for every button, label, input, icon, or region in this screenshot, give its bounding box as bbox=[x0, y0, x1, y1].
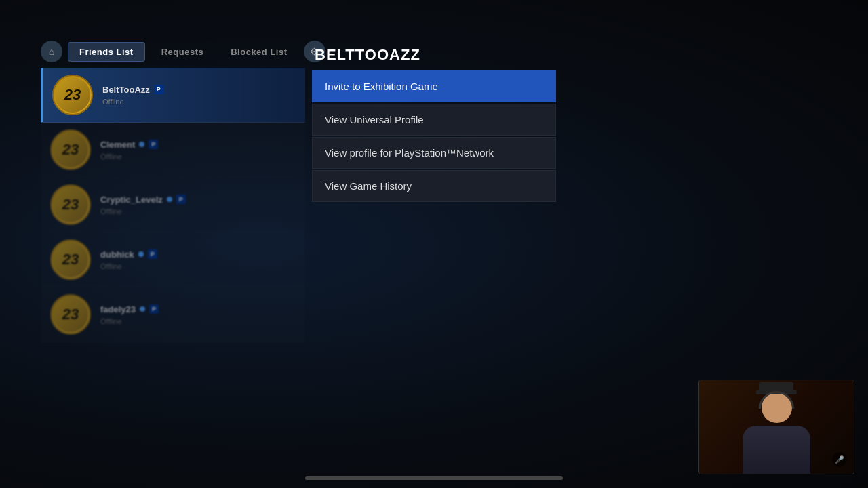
person-head bbox=[762, 392, 792, 423]
friend-status-fadely: Offline bbox=[100, 317, 296, 325]
online-dot-cryptic bbox=[167, 197, 172, 202]
friend-item-fadely[interactable]: 23 fadely23 P Offline bbox=[41, 287, 305, 342]
context-username: BELTTOOAZZ bbox=[312, 46, 556, 64]
person-body bbox=[743, 426, 810, 474]
menu-option-view-psn-profile[interactable]: View profile for PlayStation™Network bbox=[312, 137, 556, 169]
online-dot-dubhick bbox=[138, 251, 144, 257]
avatar-label-clement: 23 bbox=[53, 132, 88, 167]
psn-icon-dubhick: P bbox=[148, 249, 157, 259]
psn-icon-clement: P bbox=[149, 140, 158, 149]
friend-name-clement: Clement P bbox=[100, 140, 296, 150]
friend-item-belttooazz[interactable]: 23 BeltTooAzz P Offline bbox=[41, 68, 305, 123]
avatar-label-belttooazz: 23 bbox=[55, 77, 90, 113]
avatar-dubhick: 23 bbox=[50, 239, 91, 280]
menu-option-view-universal-profile[interactable]: View Universal Profile bbox=[312, 104, 556, 136]
avatar-label-fadely: 23 bbox=[53, 297, 88, 332]
friend-info-belttooazz: BeltTooAzz P Offline bbox=[102, 85, 296, 106]
tab-requests[interactable]: Requests bbox=[151, 43, 215, 61]
psn-icon-cryptic: P bbox=[176, 195, 186, 204]
psn-icon-fadely: P bbox=[149, 304, 159, 314]
home-icon[interactable]: ⌂ bbox=[41, 41, 62, 62]
avatar-label-cryptic: 23 bbox=[53, 187, 88, 222]
psn-icon: P bbox=[154, 85, 163, 94]
friends-panel: 23 BeltTooAzz P Offline 23 Clement P Off… bbox=[41, 68, 305, 447]
menu-option-view-game-history[interactable]: View Game History bbox=[312, 170, 556, 202]
friend-info-cryptic: Cryptic_Levelz P Offline bbox=[100, 195, 296, 216]
friend-info-clement: Clement P Offline bbox=[100, 140, 296, 161]
friend-status-cryptic: Offline bbox=[100, 207, 296, 216]
mic-icon: 🎤 bbox=[832, 452, 847, 467]
tab-friends-list[interactable]: Friends List bbox=[68, 42, 145, 62]
webcam-overlay: 🎤 bbox=[698, 380, 854, 474]
friend-name-belttooazz: BeltTooAzz P bbox=[102, 85, 296, 95]
avatar-label-dubhick: 23 bbox=[53, 242, 88, 277]
person-silhouette bbox=[732, 392, 821, 474]
webcam-content: 🎤 bbox=[699, 380, 854, 474]
friend-status-belttooazz: Offline bbox=[102, 98, 296, 106]
friend-status-dubhick: Offline bbox=[100, 262, 296, 270]
friend-info-dubhick: dubhick P Offline bbox=[100, 249, 296, 270]
friend-name-dubhick: dubhick P bbox=[100, 249, 296, 260]
friend-item-clement[interactable]: 23 Clement P Offline bbox=[41, 123, 305, 178]
nav-bar: ⌂ Friends List Requests Blocked List ⚙ bbox=[41, 41, 326, 62]
friend-item-dubhick[interactable]: 23 dubhick P Offline bbox=[41, 232, 305, 287]
bottom-bar bbox=[305, 476, 563, 480]
online-dot-fadely bbox=[140, 306, 145, 312]
online-dot-clement bbox=[139, 142, 144, 147]
friend-status-clement: Offline bbox=[100, 152, 296, 161]
tab-blocked-list[interactable]: Blocked List bbox=[220, 43, 298, 61]
friend-name-cryptic: Cryptic_Levelz P bbox=[100, 195, 296, 205]
friend-name-fadely: fadely23 P bbox=[100, 304, 296, 314]
context-menu: BELTTOOAZZ Invite to Exhibition Game Vie… bbox=[312, 46, 556, 203]
avatar-fadely: 23 bbox=[50, 294, 91, 335]
friend-item-cryptic[interactable]: 23 Cryptic_Levelz P Offline bbox=[41, 178, 305, 232]
avatar-clement: 23 bbox=[50, 129, 91, 170]
avatar-cryptic: 23 bbox=[50, 184, 91, 225]
friend-info-fadely: fadely23 P Offline bbox=[100, 304, 296, 325]
menu-option-invite-exhibition[interactable]: Invite to Exhibition Game bbox=[312, 70, 556, 102]
avatar-belttooazz: 23 bbox=[52, 75, 93, 115]
